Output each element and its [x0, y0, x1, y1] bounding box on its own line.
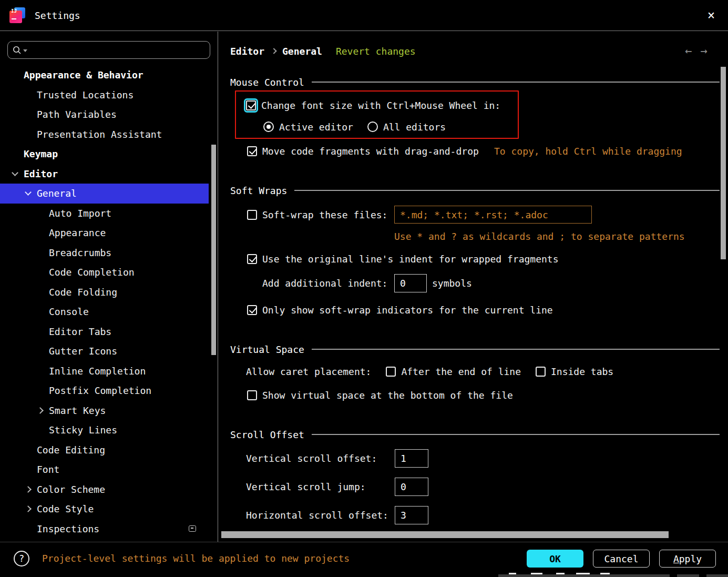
ide-settings-icon	[189, 525, 196, 532]
vertical-jump-input[interactable]: 0	[395, 478, 428, 496]
sidebar-item-code-completion[interactable]: Code Completion	[0, 262, 209, 282]
after-end-label: After the end of line	[401, 366, 521, 377]
sidebar-item-code-editing[interactable]: Code Editing	[0, 440, 209, 460]
horizontal-offset-input[interactable]: 3	[395, 506, 428, 524]
sidebar-item-path-variables[interactable]: Path Variables	[0, 105, 209, 125]
chevron-icon[interactable]	[12, 169, 18, 176]
window-title: Settings	[35, 10, 80, 21]
additional-indent-label: Add additional indent:	[262, 278, 387, 289]
sidebar-item-code-folding[interactable]: Code Folding	[0, 282, 209, 302]
sidebar-item-smart-keys[interactable]: Smart Keys	[0, 401, 209, 421]
additional-indent-suffix: symbols	[432, 278, 472, 289]
chevron-icon[interactable]	[37, 407, 44, 414]
apply-button[interactable]: Apply	[659, 550, 716, 568]
original-indent-row: Use the original line's indent for wrapp…	[247, 252, 559, 265]
change-font-size-checkbox[interactable]	[246, 100, 256, 110]
original-indent-checkbox[interactable]	[247, 254, 257, 264]
breadcrumb-general: General	[282, 46, 322, 57]
sidebar-item-font[interactable]: Font	[0, 460, 209, 480]
sidebar-item-keymap[interactable]: Keymap	[0, 144, 209, 164]
additional-indent-input[interactable]: 0	[394, 274, 427, 292]
forward-icon[interactable]: →	[700, 44, 707, 57]
section-rule	[312, 349, 720, 349]
all-editors-radio[interactable]	[367, 122, 378, 132]
ok-button[interactable]: OK	[527, 550, 583, 568]
clipped-glyphs	[576, 573, 590, 574]
all-editors-label: All editors	[383, 122, 446, 133]
sidebar-item-inspections[interactable]: Inspections	[0, 519, 209, 539]
sidebar-item-editor-tabs[interactable]: Editor Tabs	[0, 322, 209, 342]
sidebar-item-gutter-icons[interactable]: Gutter Icons	[0, 341, 209, 361]
after-end-checkbox[interactable]	[386, 367, 396, 377]
sidebar-item-presentation-assistant[interactable]: Presentation Assistant	[0, 125, 209, 145]
footer-hint: Project-level settings will be applied t…	[42, 553, 350, 564]
section-title: Soft Wraps	[230, 185, 287, 196]
section-title: Virtual Space	[230, 344, 304, 355]
sidebar-item-postfix-completion[interactable]: Postfix Completion	[0, 381, 209, 401]
chevron-icon[interactable]	[25, 189, 32, 196]
chevron-icon[interactable]	[25, 505, 32, 512]
font-size-scope-radios: Active editor All editors	[263, 120, 446, 133]
section-title: Mouse Control	[230, 77, 304, 88]
change-font-size-row: Change font size with Ctrl+Mouse Wheel i…	[246, 99, 500, 112]
vertical-jump-row: Vertical scroll jump: 0	[246, 478, 366, 496]
virtual-bottom-checkbox[interactable]	[247, 390, 257, 400]
section-rule	[294, 190, 720, 190]
change-font-size-label: Change font size with Ctrl+Mouse Wheel i…	[261, 100, 500, 111]
indicators-label: Only show soft-wrap indicators for the c…	[262, 305, 553, 316]
soft-wrap-files-checkbox[interactable]	[247, 210, 257, 220]
clipped-glyphs	[531, 573, 542, 574]
move-code-checkbox[interactable]	[247, 146, 257, 156]
move-code-row: Move code fragments with drag-and-drop T…	[247, 145, 479, 157]
settings-tree: Appearance & Behavior Trusted Locations …	[0, 65, 218, 539]
sidebar-item-trusted-locations[interactable]: Trusted Locations	[0, 85, 209, 105]
intellij-logo: IJ	[9, 7, 25, 23]
section-soft-wraps: Soft Wraps	[230, 184, 720, 197]
sidebar-scrollbar-thumb[interactable]	[211, 145, 216, 355]
sidebar-item-color-scheme[interactable]: Color Scheme	[0, 480, 209, 500]
sidebar-item-console[interactable]: Console	[0, 302, 209, 322]
additional-indent-row: Add additional indent: 0 symbols	[262, 274, 387, 292]
section-rule	[312, 82, 720, 82]
sidebar-item-appearance[interactable]: Appearance	[0, 223, 209, 243]
titlebar: IJ Settings ×	[0, 0, 728, 31]
sidebar-item-sticky-lines[interactable]: Sticky Lines	[0, 420, 209, 440]
revert-changes-link[interactable]: Revert changes	[336, 46, 416, 57]
horizontal-scrollbar-thumb[interactable]	[221, 531, 669, 538]
help-icon[interactable]: ?	[14, 551, 29, 566]
sidebar-item-general[interactable]: General	[0, 184, 209, 204]
sidebar-item-code-style[interactable]: Code Style	[0, 499, 209, 519]
sidebar-item-auto-import[interactable]: Auto Import	[0, 204, 209, 224]
horizontal-offset-label: Horizontal scroll offset:	[246, 510, 388, 521]
active-editor-radio[interactable]	[263, 122, 274, 132]
clipped-glyphs	[600, 573, 610, 574]
sidebar-item-appearance-behavior[interactable]: Appearance & Behavior	[0, 65, 209, 85]
virtual-bottom-label: Show virtual space at the bottom of the …	[262, 390, 513, 401]
original-indent-label: Use the original line's indent for wrapp…	[262, 254, 559, 265]
wildcards-hint: Use * and ? as wildcards and ; to separa…	[394, 230, 685, 242]
chevron-right-icon	[271, 48, 276, 54]
vertical-scrollbar-thumb[interactable]	[721, 67, 726, 259]
move-code-hint: To copy, hold Ctrl while dragging	[494, 146, 682, 157]
chevron-icon[interactable]	[25, 486, 32, 493]
vertical-offset-input[interactable]: 1	[395, 449, 428, 468]
close-icon[interactable]: ×	[701, 5, 721, 25]
chevron-down-icon[interactable]	[23, 49, 27, 52]
horizontal-offset-row: Horizontal scroll offset: 3	[246, 506, 388, 524]
clipped-glyphs	[556, 573, 565, 574]
soft-wrap-files-input[interactable]: *.md; *.txt; *.rst; *.adoc	[394, 206, 592, 224]
settings-content: Editor General Revert changes ← → Mouse …	[218, 32, 728, 542]
cancel-button[interactable]: Cancel	[593, 550, 650, 568]
search-input[interactable]	[7, 41, 210, 59]
inside-tabs-label: Inside tabs	[551, 366, 613, 377]
breadcrumb-editor[interactable]: Editor	[230, 46, 264, 57]
move-code-label: Move code fragments with drag-and-drop	[262, 146, 479, 157]
indicators-checkbox[interactable]	[247, 305, 257, 315]
clipped-glyphs	[509, 573, 516, 574]
search-icon	[13, 46, 22, 55]
back-icon[interactable]: ←	[685, 44, 692, 57]
inside-tabs-checkbox[interactable]	[536, 367, 546, 377]
sidebar-item-breadcrumbs[interactable]: Breadcrumbs	[0, 243, 209, 263]
sidebar-item-inline-completion[interactable]: Inline Completion	[0, 361, 209, 381]
sidebar-item-editor[interactable]: Editor	[0, 164, 209, 184]
